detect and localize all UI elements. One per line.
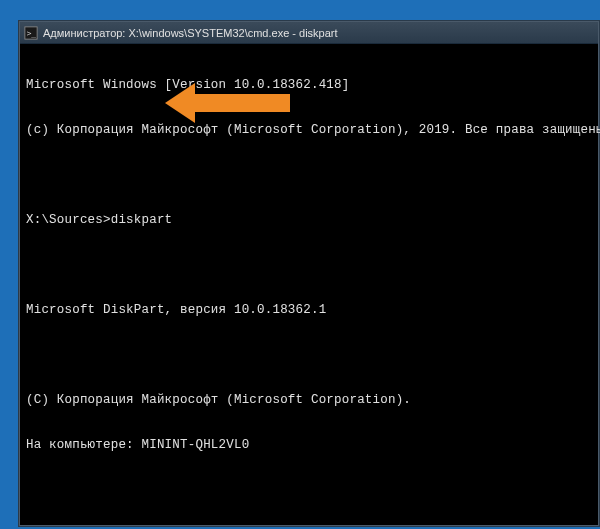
command-prompt-window: >_ Администратор: X:\windows\SYSTEM32\cm… [19,21,599,526]
window-title: Администратор: X:\windows\SYSTEM32\cmd.e… [43,27,338,39]
terminal-line: На компьютере: MININT-QHL2VL0 [26,438,592,453]
terminal-prompt-diskpart: X:\Sources>diskpart [26,213,592,228]
terminal-line: Microsoft Windows [Version 10.0.18362.41… [26,78,592,93]
titlebar[interactable]: >_ Администратор: X:\windows\SYSTEM32\cm… [20,22,598,44]
terminal-blank [26,168,592,183]
terminal-line: Microsoft DiskPart, версия 10.0.18362.1 [26,303,592,318]
terminal-line: (C) Корпорация Майкрософт (Microsoft Cor… [26,393,592,408]
svg-text:>_: >_ [27,28,37,37]
terminal-blank [26,348,592,363]
cmd-icon: >_ [24,26,38,40]
terminal-blank [26,483,592,498]
terminal-blank [26,258,592,273]
terminal-line: (c) Корпорация Майкрософт (Microsoft Cor… [26,123,592,138]
terminal-output[interactable]: Microsoft Windows [Version 10.0.18362.41… [20,44,598,529]
